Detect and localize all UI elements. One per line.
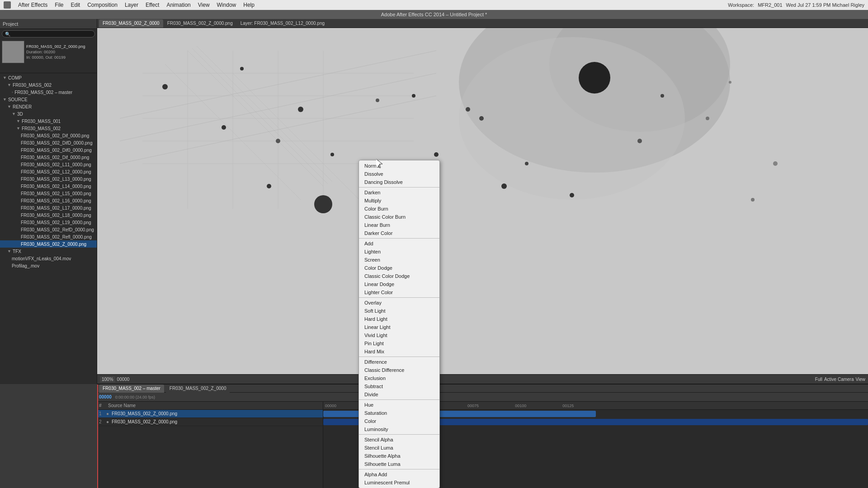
timeline-time: 00000 xyxy=(99,394,112,399)
tree-item[interactable]: Profilag_.mov xyxy=(0,262,97,269)
tree-item[interactable]: FR030_MASS_002_L14_0000.png xyxy=(0,183,97,190)
blend-mode-item[interactable]: Pin Light xyxy=(359,339,439,347)
blend-mode-item[interactable]: Silhouette Luma xyxy=(359,460,439,468)
blend-mode-item[interactable]: Vivid Light xyxy=(359,331,439,339)
menu-help[interactable]: Help xyxy=(243,2,255,8)
tree-item[interactable]: FR030_MASS_002_L11_0000.png xyxy=(0,161,97,168)
layer-row[interactable]: 2 ● FR030_MASS_002_Z_0000.png xyxy=(97,418,323,426)
svg-point-32 xyxy=(570,193,574,197)
tab-timeline-master[interactable]: FR030_MASS_002 – master xyxy=(99,385,164,393)
tree-item[interactable]: ▼FR030_MASS_002 xyxy=(0,81,97,89)
menu-view[interactable]: View xyxy=(198,2,210,8)
blend-mode-item[interactable]: Alpha Add xyxy=(359,470,439,479)
menu-file[interactable]: File xyxy=(55,2,63,8)
blend-mode-item[interactable]: Luminosity xyxy=(359,425,439,433)
blend-mode-item[interactable]: Color xyxy=(359,417,439,425)
tree-item[interactable]: FR030_MASS_002_L13_0000.png xyxy=(0,175,97,183)
blend-mode-item[interactable]: Multiply xyxy=(359,197,439,205)
blend-mode-item[interactable]: Linear Light xyxy=(359,323,439,331)
menu-composition[interactable]: Composition xyxy=(87,2,118,8)
blend-mode-item[interactable]: Stencil Luma xyxy=(359,444,439,452)
blend-mode-item[interactable]: Add xyxy=(359,239,439,248)
tree-item[interactable]: FR030_MASS_002_L12_0000.png xyxy=(0,168,97,175)
search-bar xyxy=(0,29,97,39)
tree-item[interactable]: FR030_MASS_002_L15_0000.png xyxy=(0,190,97,197)
app-icon xyxy=(4,1,11,9)
workspace-value[interactable]: MFR2_001 xyxy=(758,2,782,8)
blend-mode-item[interactable]: Dancing Dissolve xyxy=(359,178,439,186)
blend-mode-item[interactable]: Overlay xyxy=(359,299,439,307)
svg-point-33 xyxy=(579,62,610,94)
search-input[interactable] xyxy=(2,30,95,38)
menu-window[interactable]: Window xyxy=(217,2,236,8)
menu-effect[interactable]: Effect xyxy=(146,2,159,8)
blend-mode-item[interactable]: Saturation xyxy=(359,409,439,417)
blend-mode-item[interactable]: Darken xyxy=(359,188,439,197)
blend-mode-item[interactable]: Classic Color Burn xyxy=(359,213,439,221)
blend-mode-item[interactable]: Hard Mix xyxy=(359,347,439,356)
blend-mode-item[interactable]: Silhouette Alpha xyxy=(359,452,439,460)
blend-mode-item[interactable]: Darker Color xyxy=(359,229,439,237)
blend-mode-item[interactable]: Luminescent Premul xyxy=(359,479,439,487)
comp-bottom-toolbar: 100% 00000 Full Active Camera View xyxy=(97,374,868,384)
tab-composition[interactable]: FR030_MASS_002_Z_0000 xyxy=(99,19,163,28)
blend-mode-item[interactable]: Linear Burn xyxy=(359,221,439,229)
blend-mode-item[interactable]: Lighter Color xyxy=(359,288,439,296)
blend-mode-item[interactable]: Linear Dodge xyxy=(359,280,439,288)
blend-separator xyxy=(359,357,439,357)
view-label[interactable]: View xyxy=(856,377,866,382)
svg-point-20 xyxy=(459,37,685,200)
tree-item[interactable]: FR030_MASS_002_DifD_0000.png xyxy=(0,139,97,146)
tree-item[interactable]: FR030_MASS_002_Refl_0000.png xyxy=(0,233,97,240)
tree-item[interactable]: ▼RENDER xyxy=(0,103,97,110)
blend-mode-item[interactable]: Hue xyxy=(359,401,439,409)
tree-item[interactable]: FR030_MASS_002_L17_0000.png xyxy=(0,204,97,211)
blend-mode-item[interactable]: Lighten xyxy=(359,248,439,256)
tree-item[interactable]: FR030_MASS_002_L18_0000.png xyxy=(0,211,97,219)
svg-point-45 xyxy=(751,198,755,202)
tree-item[interactable]: FR030_MASS_002_L19_0000.png xyxy=(0,219,97,226)
tab-timeline-comp2[interactable]: FR030_MASS_002_Z_0000 xyxy=(166,385,230,393)
svg-point-23 xyxy=(222,125,226,130)
blend-mode-item[interactable]: Screen xyxy=(359,256,439,264)
blend-mode-item[interactable]: Exclusion xyxy=(359,374,439,382)
tree-item[interactable]: ▼TFX xyxy=(0,248,97,255)
zoom-level[interactable]: 100% xyxy=(100,376,115,382)
tree-item[interactable]: ▼FR030_MASS_001 xyxy=(0,117,97,125)
tree-item[interactable]: ◦FR030_MASS_002 – master xyxy=(0,89,97,96)
tree-item[interactable]: ▼FR030_MASS_002 xyxy=(0,125,97,132)
svg-point-39 xyxy=(660,94,664,98)
blend-mode-item[interactable]: Soft Light xyxy=(359,307,439,315)
camera-label[interactable]: Active Camera xyxy=(824,377,854,382)
tree-item[interactable]: ▼3D xyxy=(0,110,97,117)
blend-mode-item[interactable]: Normal xyxy=(359,162,439,170)
blend-mode-item[interactable]: Subtract xyxy=(359,382,439,390)
blend-mode-item[interactable]: Dissolve xyxy=(359,170,439,178)
tree-item[interactable]: FR030_MASS_002_Dif_0000.png xyxy=(0,132,97,139)
tree-item[interactable]: ▼COMP xyxy=(0,74,97,81)
footage-size: Duration: 00200 xyxy=(26,50,85,54)
tree-item[interactable]: FR030_MASS_002_RefD_0000.png xyxy=(0,226,97,233)
blend-mode-item[interactable]: Difference xyxy=(359,358,439,366)
blend-mode-item[interactable]: Color Burn xyxy=(359,205,439,213)
blend-mode-item[interactable]: Classic Difference xyxy=(359,366,439,374)
tab-footage[interactable]: FR030_MASS_002_Z_0000.png xyxy=(164,19,236,28)
tree-item[interactable]: ▼SOURCE xyxy=(0,96,97,103)
tree-item[interactable]: FR030_MASS_002_Dif_0000.png xyxy=(0,154,97,161)
tab-layer[interactable]: Layer: FR030_MASS_002_L12_0000.png xyxy=(237,19,328,28)
layer-row[interactable]: 1 ● FR030_MASS_002_Z_0000.png xyxy=(97,410,323,418)
menu-animation[interactable]: Animation xyxy=(166,2,190,8)
menu-edit[interactable]: Edit xyxy=(71,2,80,8)
blend-mode-item[interactable]: Color Dodge xyxy=(359,264,439,272)
menu-layer[interactable]: Layer xyxy=(125,2,138,8)
blend-mode-item[interactable]: Divide xyxy=(359,390,439,399)
tree-item[interactable]: FR030_MASS_002_Z_0000.png xyxy=(0,240,97,248)
tree-item[interactable]: motionVFX_nLeaks_004.mov xyxy=(0,255,97,262)
blend-mode-item[interactable]: Hard Light xyxy=(359,315,439,323)
blend-mode-item[interactable]: Stencil Alpha xyxy=(359,436,439,444)
blend-mode-item[interactable]: Classic Color Dodge xyxy=(359,272,439,280)
menu-after-effects[interactable]: After Effects xyxy=(18,2,47,8)
tree-item[interactable]: FR030_MASS_002_L16_0000.png xyxy=(0,197,97,204)
tree-item[interactable]: FR030_MASS_002_Dif0_0000.png xyxy=(0,146,97,154)
resolution-label[interactable]: Full xyxy=(815,377,822,382)
